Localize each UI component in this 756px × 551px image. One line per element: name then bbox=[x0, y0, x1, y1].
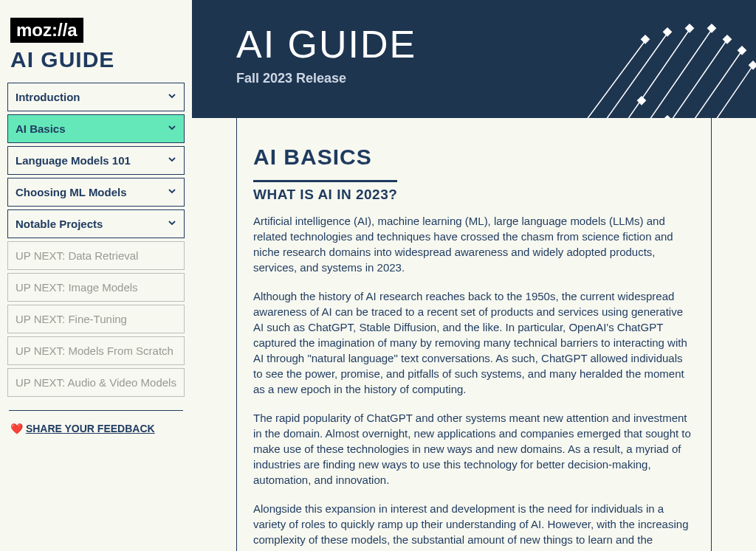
feedback-link[interactable]: SHARE YOUR FEEDBACK bbox=[26, 423, 155, 434]
paragraph: The rapid popularity of ChatGPT and othe… bbox=[253, 410, 695, 488]
svg-rect-14 bbox=[637, 96, 647, 105]
chevron-down-icon bbox=[168, 155, 176, 166]
paragraph: Although the history of AI research reac… bbox=[253, 288, 695, 397]
upnext-data-retrieval[interactable]: UP NEXT: Data Retrieval bbox=[7, 241, 185, 270]
content: AI BASICS WHAT IS AI IN 2023? Artificial… bbox=[236, 118, 712, 551]
upnext-models-from-scratch[interactable]: UP NEXT: Models From Scratch bbox=[7, 336, 185, 365]
nav-notable-projects[interactable]: Notable Projects bbox=[7, 209, 185, 238]
section-subhead: WHAT IS AI IN 2023? bbox=[253, 180, 397, 203]
hero-subtitle: Fall 2023 Release bbox=[236, 71, 712, 86]
nav-label: UP NEXT: Audio & Video Models bbox=[16, 376, 176, 389]
paragraph: Alongside this expansion in interest and… bbox=[253, 501, 695, 551]
hero-banner: AI GUIDE Fall 2023 Release bbox=[192, 0, 756, 118]
nav-label: UP NEXT: Models From Scratch bbox=[16, 344, 173, 357]
svg-rect-9 bbox=[723, 35, 732, 44]
nav-choosing-ml[interactable]: Choosing ML Models bbox=[7, 178, 185, 207]
chevron-down-icon bbox=[168, 218, 176, 229]
svg-rect-12 bbox=[749, 60, 756, 70]
nav-label: UP NEXT: Fine-Tuning bbox=[16, 313, 127, 325]
divider bbox=[9, 410, 183, 411]
chevron-down-icon bbox=[168, 123, 176, 134]
upnext-image-models[interactable]: UP NEXT: Image Models bbox=[7, 273, 185, 302]
section-title: AI BASICS bbox=[253, 145, 695, 170]
logo-text: moz://a bbox=[10, 18, 83, 43]
nav-label: Notable Projects bbox=[16, 218, 103, 230]
nav-language-models[interactable]: Language Models 101 bbox=[7, 146, 185, 175]
svg-rect-15 bbox=[663, 115, 673, 118]
chevron-down-icon bbox=[168, 91, 176, 103]
nav-label: Introduction bbox=[16, 91, 80, 103]
svg-rect-10 bbox=[738, 46, 747, 55]
chevron-down-icon bbox=[168, 187, 176, 198]
nav-label: Choosing ML Models bbox=[16, 186, 127, 198]
nav-label: AI Basics bbox=[16, 122, 66, 135]
heart-icon: ❤️ bbox=[10, 423, 23, 434]
upnext-audio-video[interactable]: UP NEXT: Audio & Video Models bbox=[7, 368, 185, 397]
site-title[interactable]: AI GUIDE bbox=[10, 47, 182, 72]
hero-title: AI GUIDE bbox=[236, 22, 712, 66]
logo[interactable]: moz://a bbox=[10, 18, 182, 43]
nav-label: UP NEXT: Image Models bbox=[16, 281, 138, 294]
paragraph: Artificial intelligence (AI), machine le… bbox=[253, 213, 695, 275]
sidebar: moz://a AI GUIDE Introduction AI Basics … bbox=[0, 0, 192, 551]
feedback: ❤️ SHARE YOUR FEEDBACK bbox=[10, 423, 182, 434]
nav-ai-basics[interactable]: AI Basics bbox=[7, 114, 185, 143]
upnext-fine-tuning[interactable]: UP NEXT: Fine-Tuning bbox=[7, 305, 185, 333]
nav-label: UP NEXT: Data Retrieval bbox=[16, 249, 138, 262]
nav-introduction[interactable]: Introduction bbox=[7, 83, 185, 111]
main: AI GUIDE Fall 2023 Release bbox=[192, 0, 756, 551]
nav-label: Language Models 101 bbox=[16, 154, 131, 167]
